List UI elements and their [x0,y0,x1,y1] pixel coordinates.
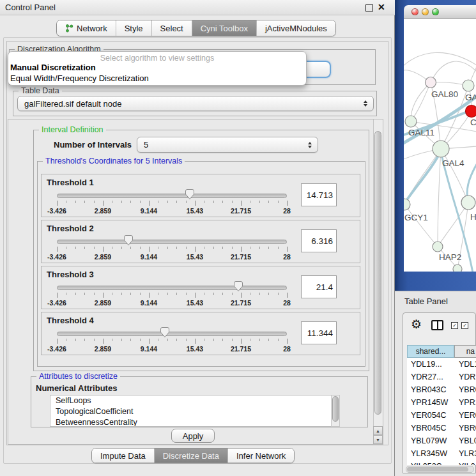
slider-track[interactable] [57,332,287,336]
table-row[interactable]: YER054CYER0 [407,409,476,422]
table-row[interactable]: YBR043CYBR0 [407,383,476,396]
tab-style[interactable]: Style [116,20,152,36]
group-title: Threshold's Coordinates for 5 Intervals [43,157,185,165]
scroll-up-arrow-icon[interactable]: ▲ [373,426,383,435]
mac-close-icon[interactable] [411,8,418,15]
tab-infer-network[interactable]: Infer Network [228,449,294,463]
network-node[interactable] [405,116,417,127]
table-row[interactable]: YBL079WYBL0 [407,434,476,447]
threshold-panel: Threshold 3 -3.4262.8599.14415.4321.7152… [41,266,360,309]
node-label: H [470,212,476,222]
checkbox-icon[interactable]: ✓ [451,322,458,329]
network-node[interactable] [426,77,436,88]
vertical-scrollbar-thumb[interactable] [374,131,381,415]
mac-zoom-icon[interactable] [432,8,439,15]
column-header-name[interactable]: na [454,345,476,358]
column-header-shared[interactable]: shared... [407,345,454,358]
attribute-list-item[interactable]: SelfLoops [50,395,339,406]
node-label: GAL80 [431,89,458,99]
numerical-attributes-list[interactable]: SelfLoopsTopologicalCoefficientBetweenne… [50,395,340,427]
table-row[interactable]: YIL052CYIL0 [407,460,476,465]
table-panel-title: Table Panel [404,296,448,306]
algorithm-option[interactable]: Equal Width/Frequency Discretization [8,73,306,84]
slider-track[interactable] [57,194,287,198]
network-node[interactable] [433,141,449,157]
network-node[interactable] [466,105,476,118]
scroll-down-arrow-icon[interactable]: ▼ [373,435,383,444]
table-row[interactable]: YLR345WYLR3 [407,447,476,460]
horizontal-scrollbar[interactable] [406,466,474,473]
combo-arrows-icon [364,100,367,107]
table-panel: Table Panel ⚙ ✓ ✓ shared... na YDL19...Y… [395,291,476,476]
split-column-icon[interactable] [431,320,443,330]
network-node[interactable] [433,242,443,252]
tick-label: 28 [283,299,291,307]
horizontal-scrollbar-thumb[interactable] [407,467,468,472]
table-cell: YBR045C [407,424,454,433]
network-canvas[interactable]: GAL80GACGAL11GAL4GCY1HHAP2 [404,19,476,272]
attribute-list-item[interactable]: BetweennessCentrality [50,417,339,427]
threshold-slider[interactable]: -3.4262.8599.14415.4321.71528 [57,328,287,355]
tab-select[interactable]: Select [152,20,192,36]
gear-icon[interactable]: ⚙ [411,318,422,331]
threshold-value-field[interactable]: 6.316 [301,229,337,252]
tab-impute-data[interactable]: Impute Data [92,449,155,463]
numerical-attributes-label: Numerical Attributes [36,383,117,393]
tab-label: jActiveMNodules [265,24,327,33]
threshold-value-field[interactable]: 14.713 [301,183,337,206]
slider-track[interactable] [57,240,287,244]
attributes-scrollbar-thumb[interactable] [332,396,339,422]
table-row[interactable]: YDL19...YDL1 [407,358,476,371]
table-cell: YIL0 [454,462,476,465]
table-row[interactable]: YBR045CYBR0 [407,422,476,434]
slider-thumb[interactable] [160,326,170,338]
tab-jactivemnodules[interactable]: jActiveMNodules [257,20,335,36]
network-node[interactable] [461,196,475,210]
algorithm-option[interactable]: Manual Discretization [8,63,306,73]
network-node[interactable] [404,199,410,210]
table-cell: YDR2 [454,372,476,381]
slider-thumb[interactable] [123,234,134,246]
tab-cyni-toolbox[interactable]: Cyni Toolbox [192,20,257,36]
close-icon[interactable]: ✕ [378,2,385,12]
threshold-slider[interactable]: -3.4262.8599.14415.4321.71528 [57,190,287,217]
attribute-list-item[interactable]: TopologicalCoefficient [50,406,339,417]
num-intervals-combobox[interactable]: 5 [137,137,318,153]
tab-discretize-data[interactable]: Discretize Data [155,449,228,463]
table-cell: YBR043C [407,385,454,394]
network-node[interactable] [463,80,474,91]
table-cell: YPR145W [407,398,454,407]
threshold-value-field[interactable]: 11.344 [301,321,337,344]
tab-label: Select [160,24,183,33]
network-node[interactable] [453,265,462,272]
node-label: HAP2 [439,252,461,262]
panel-title: Control Panel [5,3,56,12]
apply-button[interactable]: Apply [171,429,215,443]
slider-tick-labels: -3.4262.8599.14415.4321.71528 [57,253,287,261]
threshold-list: Threshold 1 -3.4262.8599.14415.4321.7152… [41,174,360,355]
network-window-titlebar[interactable] [404,5,476,19]
float-icon[interactable] [365,4,373,12]
slider-ticks [57,247,287,252]
tick-label: 21.715 [231,345,251,353]
table-row[interactable]: YPR145WYPR1 [407,396,476,409]
threshold-slider[interactable]: -3.4262.8599.14415.4321.71528 [57,282,287,309]
slider-tick-labels: -3.4262.8599.14415.4321.71528 [57,345,287,353]
threshold-value-field[interactable]: 21.4 [301,275,337,298]
threshold-slider[interactable]: -3.4262.8599.14415.4321.71528 [57,236,287,263]
application-root: Control Panel ✕ NetworkStyleSelectCyni T… [0,0,476,476]
table-row[interactable]: YDR27...YDR2 [407,371,476,383]
group-title: Interval Definition [39,125,106,134]
num-intervals-label: Number of Intervals [54,140,132,150]
dropdown-placeholder: Select algorithm to view settings [8,54,306,63]
group-title: Attributes to discretize [36,372,120,381]
table-cell: YDL19... [407,360,454,369]
slider-thumb[interactable] [185,188,195,200]
table-data-combobox[interactable]: galFiltered.sif default node [17,96,374,111]
mac-minimize-icon[interactable] [422,8,429,15]
tab-network[interactable]: Network [57,20,116,36]
table-rows[interactable]: YDL19...YDL1YDR27...YDR2YBR043CYBR0YPR14… [407,358,476,465]
checkbox-icon[interactable]: ✓ [461,322,468,329]
slider-track[interactable] [57,286,287,290]
slider-thumb[interactable] [233,280,243,292]
